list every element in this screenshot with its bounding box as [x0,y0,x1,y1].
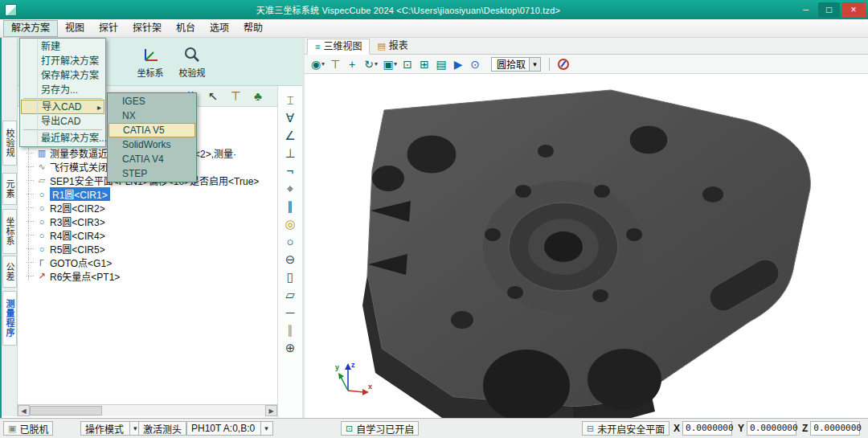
menu-item-help[interactable]: 帮助 [236,20,270,37]
y-value: 0.0000000 [747,421,796,436]
tree-item[interactable]: ○R2圆<CIR2> [23,201,277,215]
sidebar-tab-measure-program[interactable]: 测量程序 [2,291,17,346]
dropdown-arrow-icon[interactable]: ▾ [529,58,540,71]
tree-icon[interactable]: ♣ [250,89,266,103]
sidebar-tab-gauge-check[interactable]: 校验规 [2,121,17,166]
submenu-catia-v5[interactable]: CATIA V5 [108,123,195,137]
point-icon[interactable]: ⊕ [281,340,299,356]
view-cube-icon[interactable]: ▣▾ [381,56,398,72]
menu-save-as[interactable]: 另存为... [21,83,104,97]
menu-export-cad[interactable]: 导出CAD [21,114,104,129]
perpendicular-icon[interactable]: ⊥ [281,145,299,162]
menu-item-probe[interactable]: 探针 [92,20,125,37]
angle-planes-icon[interactable]: ∀ [281,110,299,126]
menu-save-solution[interactable]: 保存解决方案 [21,68,104,83]
menu-item-machine[interactable]: 机台 [169,20,203,37]
tree-item[interactable]: ↗R6矢量点<PT1> [23,269,277,283]
position-icon[interactable]: ⌖ [281,181,299,197]
submenu-iges[interactable]: IGES [108,94,195,108]
minimize-button[interactable]: – [795,2,817,18]
menu-item-options[interactable]: 选项 [203,20,236,37]
close-button[interactable]: × [841,2,866,18]
offset-icon[interactable]: ¬ [281,163,299,179]
angle-icon[interactable]: ∠ [281,128,299,144]
tab-3d-view[interactable]: ≡ 三维视图 [307,39,370,55]
scroll-right-button[interactable]: ▶ [265,405,277,416]
fly-mode-icon: ∿ [36,162,47,172]
submenu-arrow-icon: ▸ [97,101,101,114]
compass-icon[interactable] [558,59,569,70]
tree-horizontal-scrollbar[interactable]: ◀ ▶ [18,404,277,416]
rotate-icon[interactable]: ↻▾ [362,56,379,72]
3d-viewport[interactable]: z y x [305,74,868,418]
tab-report[interactable]: ▤ 报表 [370,38,415,54]
line-icon[interactable]: ─ [281,305,299,321]
tree-item-selected[interactable]: ○R1圆<CIR1> [23,187,277,201]
submenu-step[interactable]: STEP [108,166,195,181]
tree-item[interactable]: ○R5圆<CIR5> [23,242,277,256]
sidebar-tab-tolerance[interactable]: 公差 [2,256,17,288]
stylus-icon[interactable]: ↖ [205,89,221,104]
toolbar-button-coordinate-system[interactable]: 坐标系 [130,40,170,84]
concentric-circle-icon[interactable]: ◎ [281,216,299,232]
dropdown-arrow-icon[interactable]: ▾ [129,422,137,435]
tree-item[interactable]: ΓGOTO点<G1> [23,256,277,269]
pick-mode-combobox[interactable]: 圆拾取 ▾ [491,57,541,72]
sidebar-tab-coordinate-systems[interactable]: 坐标系 [2,209,17,254]
ellipse-icon[interactable]: ⊖ [281,252,299,268]
circle-icon: ○ [36,231,47,240]
menu-item-probe-rack[interactable]: 探针架 [125,20,169,37]
parallel-lines-icon[interactable]: ∥ [281,322,299,338]
cad-model[interactable] [305,74,868,418]
probe-display-icon[interactable]: ⊤ [328,56,342,72]
menu-recent-solutions[interactable]: 最近解决方案... [21,131,104,145]
submenu-catia-v4[interactable]: CATIA V4 [108,152,195,166]
goto-icon: Γ [36,258,47,268]
sidebar-tab-elements[interactable]: 元素 [2,173,17,205]
machine-offline-icon: ▣ [8,424,16,434]
submenu-nx[interactable]: NX [108,108,195,123]
dropdown-arrow-icon[interactable]: ▾ [260,422,268,435]
plane-icon[interactable]: ▱ [281,287,299,303]
menu-new[interactable]: 新建 [21,39,104,54]
circle-icon: ○ [36,203,47,213]
toolbar-button-gauge-check[interactable]: 校验规 [172,40,212,84]
x-value: 0.0000000 [682,421,732,436]
scroll-track[interactable] [30,405,265,416]
view-options-icon[interactable]: ◉▾ [309,56,326,72]
hammer-icon[interactable]: ⊤ [227,89,244,104]
capture-icon[interactable]: ▤ [434,56,448,72]
menu-item-solution[interactable]: 解决方案 [3,20,58,37]
zoom-window-icon[interactable]: ⊡ [400,56,415,72]
pan-icon[interactable]: + [345,56,359,72]
scroll-left-button[interactable]: ◀ [18,405,30,416]
tree-item[interactable]: ○R4圆<CIR4> [23,228,277,242]
pick-point-icon[interactable]: ⊙ [468,56,482,72]
circle-icon[interactable]: ○ [281,234,299,250]
slot-icon[interactable]: ▯ [281,269,299,285]
operation-mode-combobox[interactable]: 操作模式 ▾ [80,421,142,436]
submenu-solidworks[interactable]: SolidWorks [108,137,195,152]
svg-text:x: x [368,383,372,391]
scroll-thumb[interactable] [30,406,102,415]
maximize-button[interactable]: □ [818,2,840,18]
parallel-icon[interactable]: ∥ [281,199,299,215]
menu-separator [23,129,102,130]
active-probe-label: 激活测头 [138,421,186,436]
distance-icon[interactable]: ⌶ [281,92,299,108]
zoom-fit-icon[interactable]: ⊞ [417,56,432,72]
menu-item-view[interactable]: 视图 [58,20,92,37]
self-learning-status[interactable]: ⊡ 自学习已开启 [341,421,419,436]
menu-open-solution[interactable]: 打开解决方案 [21,54,104,68]
menu-import-cad[interactable]: 导入CAD ▸ [21,100,104,114]
dropdown-arrow-icon: ▾ [375,60,378,68]
dropdown-arrow-icon: ▾ [321,60,325,68]
status-bar: ▣ 已脱机 操作模式 ▾ 激活测头 PH10T A:0,B:0 ▾ ⊡ 自学习已… [0,418,868,438]
active-probe-combobox[interactable]: PH10T A:0,B:0 ▾ [186,421,273,436]
axis-triad: z y x [335,357,377,399]
play-icon[interactable]: ▶ [451,56,465,72]
svg-text:y: y [335,363,339,371]
self-learning-icon: ⊡ [346,424,353,434]
tree-item[interactable]: ○R3圆<CIR3> [23,215,277,228]
safety-plane-status[interactable]: ⊟ 未开启安全平面 [582,421,669,436]
